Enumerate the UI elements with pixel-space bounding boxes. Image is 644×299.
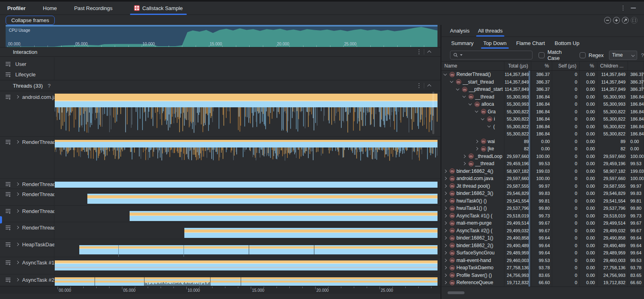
chevron-right-icon[interactable] [444, 207, 447, 210]
tree-row[interactable]: (55,300,822186.8400.0055,300,822186.84 [442, 123, 644, 131]
chevron-down-icon[interactable] [462, 94, 465, 98]
window-kebab-menu-icon[interactable] [622, 5, 625, 12]
tab-all-threads[interactable]: All threads [478, 25, 502, 37]
collapse-section-icon[interactable] [427, 51, 431, 55]
chevron-right-icon[interactable] [444, 259, 447, 262]
help-icon[interactable]: ? [641, 52, 644, 58]
regex-checkbox[interactable] [580, 52, 586, 58]
chevron-down-icon[interactable] [481, 117, 484, 120]
chevron-down-icon[interactable] [487, 124, 490, 127]
thread-row[interactable]: RenderThread [0, 206, 440, 222]
thread-row[interactable]: RenderThread [0, 189, 440, 206]
chevron-right-icon[interactable] [444, 266, 447, 269]
column-header-overflow[interactable] [628, 61, 644, 70]
thread-row[interactable]: RenderThread [0, 137, 440, 179]
column-header-total-s-[interactable]: Total (µs) [504, 61, 531, 70]
tree-row[interactable]: mwai890.0000.00890.00 [442, 138, 644, 145]
chevron-down-icon[interactable] [469, 102, 472, 105]
column-header-self-s-[interactable]: Self (µs) [552, 61, 580, 70]
tree-row[interactable]: mAsyncTask #2() (29,499,03299.6700.0029,… [442, 227, 644, 235]
thread-row[interactable]: RenderThread [0, 222, 440, 239]
chevron-right-icon[interactable] [16, 261, 19, 264]
tree-row[interactable]: mandroid.com.java29,597,660100.0000.0029… [442, 175, 644, 182]
tree-row[interactable]: mhwuiTask1() ()29,537,79699.8000.0029,53… [442, 205, 644, 212]
nav-past-recordings[interactable]: Past Recordings [74, 5, 112, 11]
match-case-checkbox[interactable] [539, 52, 545, 58]
subtab-flame-chart[interactable]: Flame Chart [516, 37, 545, 49]
thread-track[interactable] [55, 137, 438, 178]
chevron-right-icon[interactable] [16, 243, 19, 246]
tree-row[interactable]: mAsyncTask #1() (29,518,01999.7300.0029,… [442, 212, 644, 220]
thread-track[interactable] [55, 222, 438, 239]
chevron-right-icon[interactable] [444, 229, 447, 232]
tree-row[interactable]: mmali-event-hand29,460,00399.5300.0029,4… [442, 257, 644, 264]
tree-row[interactable]: malloca55,300,993186.8400.0055,300,99318… [442, 100, 644, 108]
search-input[interactable] [464, 52, 528, 58]
chevron-down-icon[interactable] [450, 80, 453, 83]
chevron-down-icon[interactable] [475, 109, 478, 113]
chevron-right-icon[interactable] [444, 170, 447, 173]
chevron-right-icon[interactable] [444, 251, 447, 254]
tab-analysis[interactable]: Analysis [450, 25, 469, 37]
tree-row[interactable]: mRenderThread()114,357,849386.3700.00114… [442, 71, 644, 78]
chevron-right-icon[interactable] [444, 184, 447, 188]
tree-row[interactable]: mReferenceQueue19,712,83266.6000.0019,71… [442, 279, 644, 287]
chevron-right-icon[interactable] [16, 140, 19, 143]
thread-track[interactable] [55, 257, 438, 274]
tree-row[interactable]: mJit thread pool()29,587,55599.9700.0029… [442, 182, 644, 190]
thread-track[interactable] [55, 92, 438, 136]
column-header--[interactable]: % [580, 61, 597, 70]
tree-row[interactable]: mbinder:16862_4()58,907,182199.0300.0058… [442, 168, 644, 175]
interaction-section-header[interactable]: Interaction [0, 47, 440, 57]
chevron-right-icon[interactable] [462, 155, 465, 158]
interaction-row-lifecycle[interactable]: Lifecycle [0, 69, 440, 80]
interaction-row-user[interactable]: User [0, 59, 440, 69]
nav-home[interactable]: Home [43, 5, 57, 11]
thread-row[interactable]: RenderThread [0, 179, 440, 189]
tree-row[interactable]: mProfile Saver() ()24,756,99383.6500.002… [442, 272, 644, 279]
tree-vertical-scrollbar-thumb[interactable] [642, 72, 643, 89]
column-header-children-[interactable]: Children ... [597, 61, 628, 70]
tree-row[interactable]: m__pthread_start114,357,849386.3700.0011… [442, 86, 644, 93]
thread-track[interactable] [55, 189, 438, 205]
chevron-right-icon[interactable] [444, 236, 447, 240]
collapse-frames-button[interactable]: Collapse frames [6, 16, 55, 25]
chevron-right-icon[interactable] [16, 182, 19, 186]
chevron-right-icon[interactable] [444, 199, 447, 203]
tree-row[interactable]: mmali-mem-purge29,499,51499.6700.0029,49… [442, 219, 644, 227]
thread-track[interactable] [55, 239, 438, 257]
chevron-right-icon[interactable] [16, 226, 19, 229]
tab-callstack-sample[interactable]: Callstack Sample [130, 2, 187, 14]
filter-dropdown[interactable]: Time [609, 51, 637, 60]
thread-row[interactable]: android.com.ja... [0, 92, 440, 137]
tree-row[interactable]: mSurfaceSyncGrou29,489,95999.6400.0029,4… [442, 249, 644, 257]
chevron-right-icon[interactable] [16, 193, 19, 196]
chevron-right-icon[interactable] [475, 147, 478, 150]
chevron-down-icon[interactable] [444, 72, 447, 76]
thread-track[interactable] [55, 206, 438, 222]
thread-track[interactable] [55, 179, 438, 188]
zoom-in-icon[interactable] [613, 17, 620, 24]
chevron-right-icon[interactable] [16, 95, 19, 98]
chevron-right-icon[interactable] [462, 162, 465, 165]
thread-row[interactable]: AsyncTask #2 [0, 274, 440, 286]
chevron-down-icon[interactable] [456, 87, 459, 90]
tree-row[interactable]: m[ke820.0000.00820.00 [442, 145, 644, 153]
regex-label[interactable]: Regex [588, 52, 604, 58]
zoom-to-selection-icon[interactable] [631, 17, 638, 24]
minimize-icon[interactable] [631, 8, 636, 8]
match-case-label[interactable]: Match Case [547, 49, 574, 61]
chevron-right-icon[interactable] [16, 278, 19, 281]
chevron-right-icon[interactable] [444, 221, 447, 225]
thread-row[interactable]: AsyncTask #1 [0, 257, 440, 274]
zoom-out-icon[interactable] [604, 17, 611, 24]
tree-row[interactable]: m__thread29,459,19699.5300.0029,459,1969… [442, 160, 644, 168]
thread-track[interactable] [55, 274, 438, 286]
subtab-bottom-up[interactable]: Bottom Up [555, 37, 579, 49]
tree-row[interactable]: mbinder:16862_1()29,490,85899.6400.0029,… [442, 234, 644, 242]
tree-row[interactable]: m__start_thread114,357,849386.3700.00114… [442, 78, 644, 86]
tree-horizontal-scrollbar-thumb[interactable] [448, 291, 464, 294]
threads-kebab-menu-icon[interactable] [418, 82, 421, 89]
subtab-summary[interactable]: Summary [451, 37, 474, 49]
reset-zoom-icon[interactable] [622, 17, 629, 24]
